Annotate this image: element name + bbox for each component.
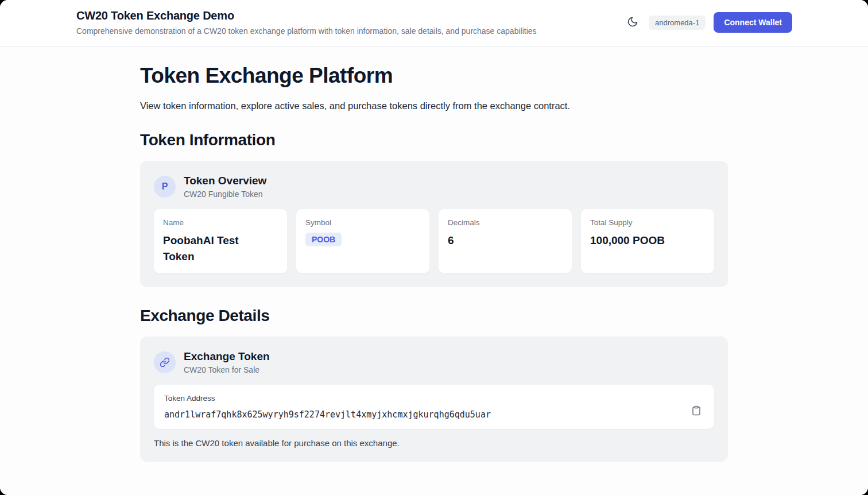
token-avatar: P (154, 176, 176, 198)
token-field-total-supply: Total Supply 100,000 POOB (581, 209, 714, 273)
connect-wallet-button[interactable]: Connect Wallet (714, 12, 792, 33)
field-value-total-supply: 100,000 POOB (590, 233, 705, 249)
token-field-symbol: Symbol POOB (296, 209, 429, 273)
page: CW20 Token Exchange Demo Comprehensive d… (0, 0, 868, 495)
header: CW20 Token Exchange Demo Comprehensive d… (0, 0, 868, 47)
page-description: View token information, explore active s… (140, 100, 728, 111)
symbol-badge: POOB (305, 233, 342, 246)
token-overview-heading: Token Overview CW20 Fungible Token (184, 175, 266, 199)
token-overview-subtitle: CW20 Fungible Token (184, 190, 266, 199)
field-label-symbol: Symbol (305, 218, 420, 227)
token-address-value: andr1lwraf7qhk8x625wyryh9sf2274revjlt4xm… (164, 409, 491, 420)
page-title: Token Exchange Platform (140, 64, 728, 88)
exchange-token-title: Exchange Token (184, 350, 270, 363)
section-title-token-information: Token Information (140, 131, 728, 149)
header-right: andromeda-1 Connect Wallet (625, 12, 792, 33)
clipboard-copy-icon (691, 409, 702, 417)
copy-address-button[interactable] (689, 403, 704, 420)
section-title-exchange-details: Exchange Details (140, 307, 728, 325)
link-icon (154, 351, 176, 373)
token-address-card: Token Address andr1lwraf7qhk8x625wyryh9s… (154, 385, 714, 429)
token-fields-grid: Name PoobahAI Test Token Symbol POOB Dec… (154, 209, 714, 273)
app-title: CW20 Token Exchange Demo (76, 9, 537, 22)
field-label-total-supply: Total Supply (590, 218, 705, 227)
app-subtitle: Comprehensive demonstration of a CW20 to… (76, 26, 537, 36)
token-overview-header: P Token Overview CW20 Fungible Token (154, 175, 714, 199)
token-address-block: Token Address andr1lwraf7qhk8x625wyryh9s… (164, 394, 491, 420)
moon-icon (627, 16, 638, 29)
field-value-decimals: 6 (448, 233, 563, 249)
token-address-label: Token Address (164, 394, 491, 403)
main-content: Token Exchange Platform View token infor… (0, 47, 868, 495)
exchange-token-heading: Exchange Token CW20 Token for Sale (184, 350, 270, 374)
header-left: CW20 Token Exchange Demo Comprehensive d… (76, 9, 537, 36)
token-field-name: Name PoobahAI Test Token (154, 209, 287, 273)
field-value-name: PoobahAI Test Token (163, 233, 249, 264)
token-overview-panel: P Token Overview CW20 Fungible Token Nam… (140, 161, 728, 287)
token-overview-title: Token Overview (184, 175, 266, 187)
exchange-token-subtitle: CW20 Token for Sale (184, 365, 270, 374)
exchange-token-header: Exchange Token CW20 Token for Sale (154, 350, 714, 374)
field-label-name: Name (163, 218, 278, 227)
content-container: Token Exchange Platform View token infor… (140, 47, 728, 462)
exchange-token-note: This is the CW20 token available for pur… (154, 438, 714, 448)
exchange-token-panel: Exchange Token CW20 Token for Sale Token… (140, 337, 728, 462)
token-field-decimals: Decimals 6 (439, 209, 572, 273)
network-badge: andromeda-1 (649, 16, 706, 30)
field-label-decimals: Decimals (448, 218, 563, 227)
theme-toggle-button[interactable] (625, 14, 641, 30)
